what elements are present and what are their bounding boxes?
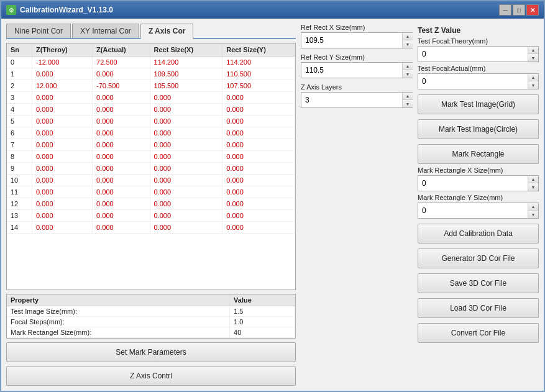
cell-rect-y: 0.000: [222, 222, 295, 234]
test-focal-theory-spin: ▲ ▼: [418, 46, 539, 62]
table-row: 10 0.000 0.000 0.000 0.000: [7, 175, 295, 186]
cell-z-theory: 0.000: [32, 68, 92, 80]
ref-rect-x-input[interactable]: [301, 33, 402, 48]
cell-sn: 1: [7, 68, 32, 80]
cell-rect-x: 114.200: [150, 57, 222, 68]
cell-rect-x: 0.000: [150, 127, 222, 139]
table-row: 9 0.000 0.000 0.000 0.000: [7, 163, 295, 175]
test-focal-actual-down[interactable]: ▼: [528, 81, 538, 89]
ref-rect-y-spin-buttons: ▲ ▼: [402, 63, 413, 78]
test-focal-actual-up[interactable]: ▲: [528, 74, 538, 81]
cell-sn: 10: [7, 175, 32, 186]
maximize-button[interactable]: □: [513, 4, 525, 16]
cell-z-actual: 0.000: [93, 127, 150, 139]
test-focal-actual-spin-buttons: ▲ ▼: [528, 74, 538, 89]
cell-rect-x: 0.000: [150, 104, 222, 116]
mark-rect-x-input[interactable]: [418, 176, 528, 191]
cell-z-actual: 0.000: [93, 163, 150, 175]
mark-rect-x-down[interactable]: ▼: [528, 183, 538, 191]
mark-rectangle-button[interactable]: Mark Rectangle: [418, 144, 539, 164]
cell-z-actual: -70.500: [93, 80, 150, 92]
minimize-button[interactable]: ─: [499, 4, 511, 16]
cell-sn: 11: [7, 186, 32, 198]
col-rect-x: Rect Size(X): [150, 43, 222, 57]
ref-rect-y-up[interactable]: ▲: [403, 63, 413, 70]
z-axis-layers-input[interactable]: [301, 93, 402, 107]
z-axis-layers-up[interactable]: ▲: [403, 93, 413, 100]
bottom-buttons: Set Mark Parameters Z Axis Contrl: [6, 342, 296, 386]
convert-cor-button[interactable]: Convert Cor File: [418, 323, 539, 343]
mark-rect-y-down[interactable]: ▼: [528, 211, 538, 218]
cell-rect-x: 0.000: [150, 139, 222, 151]
tab-nine-point[interactable]: Nine Point Cor: [6, 24, 71, 38]
load-3d-button[interactable]: Load 3D Cor File: [418, 298, 539, 318]
ref-rect-y-label: Ref Rect Y Size(mm): [301, 53, 413, 61]
cell-sn: 8: [7, 151, 32, 163]
test-focal-theory-group: Test Focal:Theory(mm) ▲ ▼: [418, 37, 539, 62]
test-focal-theory-input[interactable]: [418, 47, 528, 62]
mark-rect-y-up[interactable]: ▲: [528, 203, 538, 211]
test-focal-actual-input[interactable]: [418, 74, 528, 89]
test-focal-actual-label: Test Focal:Actual(mm): [418, 65, 539, 72]
data-table: Sn Z(Theroy) Z(Actual) Rect Size(X) Rect…: [7, 43, 295, 234]
add-calibration-button[interactable]: Add Calibration Data: [418, 224, 539, 244]
mark-test-grid-button[interactable]: Mark Test Image(Grid): [418, 94, 539, 114]
cell-rect-y: 107.500: [222, 80, 295, 92]
mark-rect-y-spin-buttons: ▲ ▼: [528, 203, 538, 218]
cell-rect-x: 0.000: [150, 222, 222, 234]
left-panel: Nine Point Cor XY Internal Cor Z Axis Co…: [6, 24, 296, 386]
test-focal-theory-spin-buttons: ▲ ▼: [528, 47, 538, 62]
cell-rect-y: 0.000: [222, 163, 295, 175]
z-axis-layers-down[interactable]: ▼: [403, 100, 413, 107]
test-focal-theory-up[interactable]: ▲: [528, 47, 538, 54]
test-focal-actual-group: Test Focal:Actual(mm) ▲ ▼: [418, 65, 539, 89]
cell-z-actual: 0.000: [93, 151, 150, 163]
mark-rect-y-group: Mark Rectangle Y Size(mm) ▲ ▼: [418, 194, 539, 219]
cell-rect-x: 105.500: [150, 80, 222, 92]
cell-rect-y: 0.000: [222, 139, 295, 151]
titlebar: ⚙ CalibrationWizard_V1.13.0 ─ □ ✕: [1, 1, 544, 19]
cell-sn: 9: [7, 163, 32, 175]
cell-sn: 14: [7, 222, 32, 234]
mark-rect-y-spin: ▲ ▼: [418, 203, 539, 219]
cell-z-theory: 0.000: [32, 198, 92, 210]
generator-3d-button[interactable]: Generator 3D Cor File: [418, 248, 539, 268]
save-3d-button[interactable]: Save 3D Cor File: [418, 273, 539, 293]
ref-rect-x-spin-buttons: ▲ ▼: [402, 33, 413, 48]
set-mark-parameters-button[interactable]: Set Mark Parameters: [6, 342, 296, 362]
cell-z-theory: 0.000: [32, 116, 92, 127]
ref-rect-y-down[interactable]: ▼: [403, 70, 413, 78]
tab-z-axis[interactable]: Z Axis Cor: [140, 24, 194, 39]
test-focal-theory-down[interactable]: ▼: [528, 54, 538, 62]
tab-xy-internal[interactable]: XY Internal Cor: [72, 24, 139, 38]
tab-bar: Nine Point Cor XY Internal Cor Z Axis Co…: [6, 24, 296, 39]
cell-sn: 0: [7, 57, 32, 68]
cell-rect-y: 0.000: [222, 175, 295, 186]
prop-value: 1.5: [230, 306, 295, 317]
cell-z-actual: 0.000: [93, 139, 150, 151]
ref-rect-y-input[interactable]: [301, 63, 402, 78]
property-body: Test Image Size(mm): 1.5 Focal Steps(mm)…: [7, 306, 295, 338]
ref-rect-x-group: Ref Rect X Size(mm) ▲ ▼: [301, 24, 413, 48]
ref-rect-x-down[interactable]: ▼: [403, 40, 413, 48]
mark-test-circle-button[interactable]: Mark Test Image(Circle): [418, 119, 539, 139]
ref-rect-x-up[interactable]: ▲: [403, 33, 413, 40]
cell-sn: 12: [7, 198, 32, 210]
cell-rect-y: 0.000: [222, 116, 295, 127]
app-icon: ⚙: [6, 5, 16, 15]
mark-rect-y-input[interactable]: [418, 203, 528, 218]
cell-z-actual: 0.000: [93, 116, 150, 127]
z-axis-contrl-button[interactable]: Z Axis Contrl: [6, 366, 296, 386]
table-header-row: Sn Z(Theroy) Z(Actual) Rect Size(X) Rect…: [7, 43, 295, 57]
prop-name: Mark Rectangel Size(mm):: [7, 327, 230, 338]
cell-rect-x: 0.000: [150, 175, 222, 186]
table-row: 6 0.000 0.000 0.000 0.000: [7, 127, 295, 139]
cell-rect-y: 0.000: [222, 104, 295, 116]
mark-rect-x-up[interactable]: ▲: [528, 176, 538, 183]
close-button[interactable]: ✕: [526, 4, 539, 16]
cell-rect-x: 0.000: [150, 186, 222, 198]
z-axis-layers-spin-buttons: ▲ ▼: [402, 93, 413, 107]
mark-rect-x-label: Mark Rectangle X Size(mm): [418, 166, 539, 174]
ref-rect-x-spin: ▲ ▼: [301, 32, 413, 48]
cell-z-theory: 0.000: [32, 104, 92, 116]
